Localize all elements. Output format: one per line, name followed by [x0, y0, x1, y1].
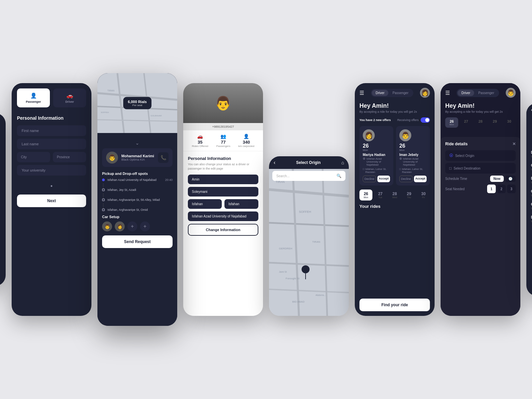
schedule-now-btn[interactable]: Now	[490, 176, 504, 182]
dest-square-icon: □	[449, 166, 452, 171]
pickup-section-label: Pickup and Drop-off spots	[102, 172, 173, 176]
phone-number-bar: +989130195427	[183, 123, 263, 130]
driver-tab[interactable]: 🚗 Driver	[53, 88, 86, 107]
city-province-row: City Province	[17, 152, 86, 162]
select-destination-field[interactable]: □ Select Destination	[445, 163, 516, 174]
seat-3-btn[interactable]: 3	[507, 185, 516, 193]
seat-2-btn[interactable]: 2	[497, 185, 506, 193]
dark-hey-title: Hey Amin!	[445, 102, 516, 109]
car-setup-avatars: 👨 👩 + +	[102, 221, 173, 231]
province-value[interactable]: Isfahan	[224, 199, 258, 209]
first-name-field[interactable]: First name	[17, 125, 86, 136]
origin-search-bar[interactable]: Search... 🔍	[272, 171, 345, 181]
svg-text:Foroughi St: Foroughi St	[286, 277, 300, 280]
dark-profile-top: ☰ Driver Passenger 👨 Hey Amin! By accept…	[441, 83, 520, 137]
dark-user-avatar[interactable]: 👨	[506, 88, 516, 98]
offer-buttons-1: Decline Accept	[363, 176, 390, 182]
send-request-button[interactable]: Send Request	[102, 235, 173, 248]
province-field[interactable]: Province	[53, 152, 86, 162]
close-ride-details-icon[interactable]: ✕	[512, 142, 516, 146]
user-avatar[interactable]: 👩	[420, 88, 430, 98]
passenger-icon: 👤	[30, 92, 37, 99]
transaction-list: Discharge Wednesday, 29 July 2020 20:59 …	[526, 148, 532, 296]
last-name-value[interactable]: Soleymani	[188, 187, 258, 197]
decline-button-1[interactable]: Decline	[363, 176, 376, 182]
decline-button-2[interactable]: Decline	[399, 176, 413, 182]
offers-header: You have 2 new offers Receiving offers	[359, 117, 430, 123]
welcome-screen: UNIVERR share ride with love Please ente…	[0, 113, 6, 286]
last-name-field[interactable]: Last name	[17, 139, 86, 149]
seat-1-btn[interactable]: 1	[487, 185, 496, 193]
receiving-toggle[interactable]	[421, 117, 430, 123]
university-value[interactable]: Isfahan Azad University of Najafabad	[188, 211, 258, 221]
dark-cal-0[interactable]: 26 Mon	[445, 117, 458, 128]
cal-day-2[interactable]: 28 Wed	[388, 190, 401, 200]
offer-name-1: Mariya Hadian	[363, 153, 390, 157]
driver-top-bar: ☰ Driver Passenger 👩	[359, 88, 430, 98]
ride-details-overlay: Ride details ✕ ⦿ Select Origin □ Select …	[441, 137, 520, 316]
dark-cal-1[interactable]: 27	[460, 117, 472, 128]
offer-cards: 👩 26 Mon Mariya Hadian ⦿Isfahan Azad Uni…	[359, 126, 430, 186]
passenger-avatar-1: 👨	[102, 221, 112, 231]
km-stat-icon: 👤	[238, 134, 254, 139]
ride-detail-screen: ‹ Ride Detail ⌂ TIRAN BAGH-E SAFA SOFFEH…	[97, 73, 177, 326]
university-field[interactable]: Your university	[17, 165, 86, 176]
find-ride-button[interactable]: Find your ride	[359, 299, 430, 311]
origin-home-icon[interactable]: ⌂	[341, 160, 344, 165]
offer-date-1: 26	[363, 143, 390, 149]
accept-button-1[interactable]: Accept	[377, 176, 390, 182]
accept-button-2[interactable]: Accept	[414, 176, 427, 182]
calendar-strip: 26 Mon 27 Tue 28 Wed 29 Thu 30 Fri	[359, 190, 430, 200]
phone-ride-detail: ‹ Ride Detail ⌂ TIRAN BAGH-E SAFA SOFFEH…	[97, 73, 177, 326]
driver-car: Black Optima KIA	[121, 158, 155, 161]
passengers-num: 77	[216, 140, 230, 145]
passenger-label: Passenger	[26, 100, 41, 103]
phone-dark-profile: ☰ Driver Passenger 👨 Hey Amin! By accept…	[441, 83, 520, 316]
phone-profile: 👨 +989130195427 🚗 35 Rides Offered 👥 77 …	[183, 83, 263, 316]
dark-cal-2[interactable]: 28	[474, 117, 487, 128]
origin-back-icon[interactable]: ‹	[274, 160, 275, 166]
dark-driver-tab[interactable]: Driver	[458, 90, 474, 96]
passenger-avatar-2: 👩	[115, 221, 125, 231]
driver-dashboard-screen: ☰ Driver Passenger 👩 Hey Amin! By accept…	[355, 83, 435, 316]
driver-mode-tab[interactable]: Driver	[372, 90, 389, 96]
first-name-value[interactable]: Amin	[188, 175, 258, 184]
dark-passenger-tab[interactable]: Passenger	[474, 90, 498, 96]
city-value[interactable]: Isfahan	[188, 199, 222, 209]
cal-day-1[interactable]: 27 Tue	[374, 190, 387, 200]
personal-info-title: Personal Information	[17, 115, 86, 121]
passenger-mode-tab[interactable]: Passenger	[388, 90, 412, 96]
select-origin-field[interactable]: ⦿ Select Origin	[445, 150, 516, 161]
add-passenger-button-2[interactable]: +	[140, 221, 150, 231]
city-field[interactable]: City	[17, 152, 50, 162]
dark-cal-4[interactable]: 30	[503, 117, 516, 128]
add-passenger-button-1[interactable]: +	[127, 221, 137, 231]
change-information-button[interactable]: Change Information	[188, 224, 258, 236]
ride-details-title: Ride details ✕	[445, 142, 516, 146]
search-icon[interactable]: 🔍	[336, 174, 341, 178]
menu-icon[interactable]: ☰	[359, 90, 364, 96]
phone-column-5: TIRAN SOFFEH GERDREH TIRAN Foroughi St B…	[269, 83, 349, 316]
schedule-buttons: Now 🕐	[490, 176, 516, 182]
passenger-tab[interactable]: 👤 Passenger	[17, 88, 50, 107]
cal-day-0[interactable]: 26 Mon	[359, 190, 372, 200]
profile-pi-title: Personal Information	[188, 156, 258, 161]
call-button[interactable]: 📞	[158, 152, 169, 163]
cal-day-3[interactable]: 29 Thu	[403, 190, 416, 200]
cal-day-4[interactable]: 30 Fri	[417, 190, 430, 200]
offer-card-1: 👩 26 Mon Mariya Hadian ⦿Isfahan Azad Uni…	[359, 126, 393, 186]
dark-menu-icon[interactable]: ☰	[445, 90, 450, 96]
dark-cal-3[interactable]: 29	[488, 117, 501, 128]
phone-welcome: UNIVERR share ride with love Please ente…	[0, 113, 6, 286]
phone-driver-dashboard: ☰ Driver Passenger 👩 Hey Amin! By accept…	[355, 83, 435, 316]
dark-hey-sub: By accepting a ride for today you will g…	[445, 110, 516, 113]
driver-info: Mohammad Karimi Black Optima KIA	[121, 154, 155, 161]
svg-text:GOLBAHAR: GOLBAHAR	[151, 115, 162, 117]
schedule-time-btn[interactable]: 🕐	[505, 176, 516, 182]
rides-offered-num: 35	[192, 140, 208, 145]
stat-passengers: 👥 77 Passengers	[216, 134, 230, 148]
next-button[interactable]: Next	[17, 195, 86, 207]
stop-dot-1	[102, 189, 105, 191]
driver-avatar: 👨	[106, 152, 118, 164]
phone-personal-info: 👤 Passenger 🚗 Driver Personal Informatio…	[12, 83, 91, 316]
